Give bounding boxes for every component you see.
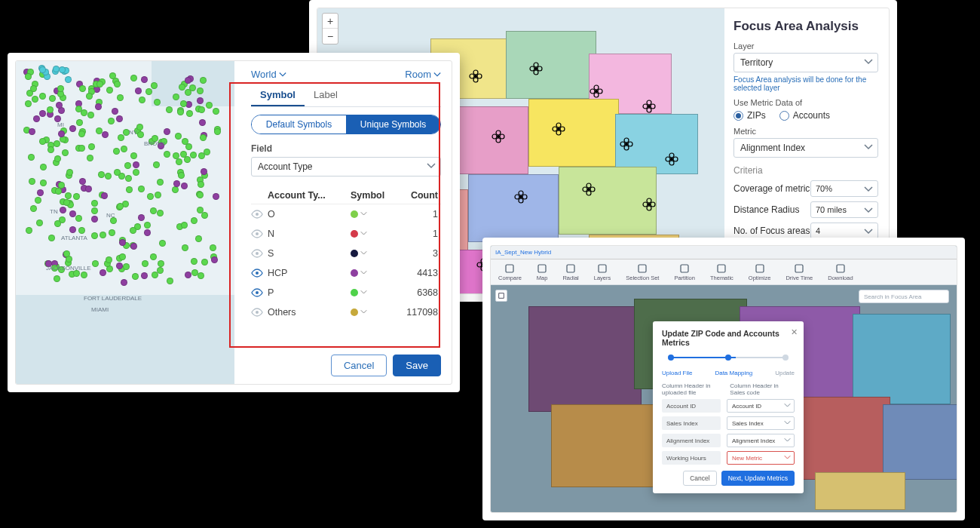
account-dot[interactable] [141,76,148,83]
toolbar-radial[interactable]: Radial [562,263,578,281]
account-dot[interactable] [181,222,188,229]
account-dot[interactable] [58,130,65,137]
account-dot[interactable] [112,108,118,115]
account-dot[interactable] [167,278,173,284]
account-dot[interactable] [130,75,137,81]
focus-area-marker-icon[interactable] [642,197,657,212]
account-dot[interactable] [30,85,37,92]
account-dot[interactable] [25,100,32,107]
account-dot[interactable] [197,207,204,213]
account-dot[interactable] [201,259,208,266]
step-update[interactable]: Update [775,370,795,376]
focus-area-marker-icon[interactable] [491,129,506,144]
account-dot[interactable] [121,279,127,286]
account-dot[interactable] [211,256,218,263]
account-dot[interactable] [124,162,131,169]
step-mapping[interactable]: Data Mapping [715,370,752,376]
account-dot[interactable] [130,152,137,159]
account-dot[interactable] [181,183,188,189]
focus-area-marker-icon[interactable] [513,189,528,204]
account-dot[interactable] [78,227,85,234]
visibility-toggle-icon[interactable] [251,210,263,219]
account-dot[interactable] [135,87,142,94]
visibility-toggle-icon[interactable] [251,308,263,317]
account-dot[interactable] [132,273,139,280]
account-dot[interactable] [101,192,108,199]
account-dot[interactable] [76,119,83,126]
close-icon[interactable]: ✕ [791,327,798,337]
account-dot[interactable] [157,179,164,186]
account-dot[interactable] [39,110,46,117]
modal-cancel-button[interactable]: Cancel [683,471,716,486]
account-dot[interactable] [123,263,130,270]
account-dot[interactable] [119,253,126,260]
account-dot[interactable] [199,119,206,126]
account-dot[interactable] [204,149,210,155]
account-dot[interactable] [137,131,144,138]
account-dot[interactable] [108,118,115,124]
account-dot[interactable] [79,85,86,92]
account-dot[interactable] [214,128,221,135]
account-dot[interactable] [28,154,35,161]
focus-area-marker-icon[interactable] [619,137,634,152]
account-dot[interactable] [201,212,208,219]
account-dot[interactable] [185,89,191,96]
breadcrumb-world[interactable]: World [251,69,286,80]
account-dot[interactable] [198,181,204,188]
account-dot[interactable] [60,207,66,213]
account-dot[interactable] [175,133,182,140]
account-dot[interactable] [138,186,145,192]
toolbar-partition[interactable]: Partition [674,263,695,281]
account-dot[interactable] [105,173,112,180]
account-dot[interactable] [184,156,191,163]
account-dot[interactable] [73,193,80,200]
zoom-control[interactable]: + − [322,13,338,45]
account-dot[interactable] [36,219,43,226]
account-dot[interactable] [106,256,112,263]
segment-unique[interactable]: Unique Symbols [346,115,440,134]
toolbar-layers[interactable]: Layers [594,263,611,281]
account-dot[interactable] [106,87,113,94]
account-dot[interactable] [96,81,103,87]
zoom-in-button[interactable]: + [323,14,338,29]
account-dot[interactable] [87,112,94,118]
account-dot[interactable] [91,200,98,207]
toolbar-selection-set[interactable]: Selection Set [626,263,659,281]
account-dot[interactable] [190,152,197,158]
criteria-select[interactable]: 70% [810,180,878,197]
account-dot[interactable] [29,178,35,185]
symbol-picker[interactable] [351,307,396,318]
account-dot[interactable] [121,146,127,152]
account-dot[interactable] [114,81,121,87]
symbol-picker[interactable] [351,268,396,278]
account-dot[interactable] [126,186,133,193]
account-dot[interactable] [54,140,60,147]
account-dot[interactable] [200,134,207,141]
account-dot[interactable] [157,210,164,216]
account-dot[interactable] [155,192,161,198]
account-dot[interactable] [176,158,182,165]
account-dot[interactable] [206,102,213,109]
account-dot[interactable] [79,178,86,185]
account-dot[interactable] [117,203,124,210]
account-dot[interactable] [139,97,145,103]
account-dot[interactable] [200,77,207,84]
step-upload[interactable]: Upload File [662,370,692,376]
account-dot[interactable] [147,193,154,200]
account-dot[interactable] [98,171,105,178]
account-dot[interactable] [65,192,72,199]
account-dot[interactable] [78,130,85,137]
account-dot[interactable] [180,100,187,107]
account-dot[interactable] [26,227,32,234]
target-column-select[interactable]: Sales Index [727,416,795,430]
account-dot[interactable] [69,226,76,233]
visibility-toggle-icon[interactable] [251,288,263,297]
panel-toggle-button[interactable] [495,290,507,302]
symbol-picker[interactable] [351,287,396,298]
account-dot[interactable] [166,106,173,113]
field-select[interactable]: Account Type [251,157,441,177]
focus-area-marker-icon[interactable] [664,152,679,167]
account-dot[interactable] [158,260,164,267]
radio-accounts[interactable]: Accounts [779,110,830,121]
focus-area-marker-icon[interactable] [551,121,566,137]
